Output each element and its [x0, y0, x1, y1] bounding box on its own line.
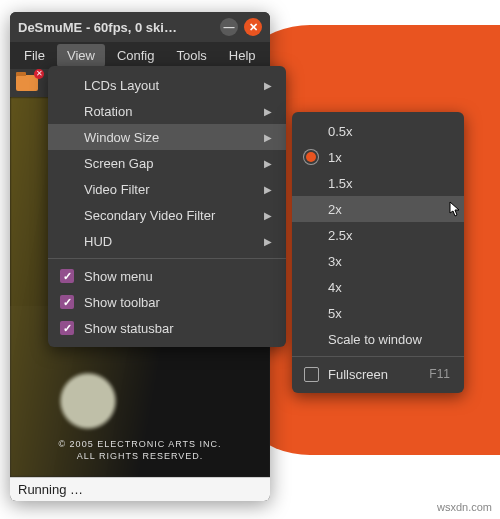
menu-show-toolbar[interactable]: Show toolbar — [48, 289, 286, 315]
copyright-line-1: © 2005 ELECTRONIC ARTS INC. — [10, 438, 270, 451]
cursor-pointer-icon — [445, 200, 463, 222]
menu-item-label: LCDs Layout — [84, 78, 256, 93]
copyright-text: © 2005 ELECTRONIC ARTS INC. ALL RIGHTS R… — [10, 438, 270, 463]
menu-video-filter[interactable]: Video Filter▶ — [48, 176, 286, 202]
size-1-5x[interactable]: 1.5x — [292, 170, 464, 196]
close-button[interactable]: ✕ — [244, 18, 262, 36]
menu-item-label: 3x — [328, 254, 450, 269]
menu-item-label: Show toolbar — [84, 295, 272, 310]
menu-item-label: 1.5x — [328, 176, 450, 191]
menu-item-label: 5x — [328, 306, 450, 321]
submenu-arrow-icon: ▶ — [264, 210, 272, 221]
menu-separator — [292, 356, 464, 357]
menu-item-label: Window Size — [84, 130, 256, 145]
window-size-submenu: 0.5x 1x 1.5x 2x 2.5x 3x 4x 5x Scale to w… — [292, 112, 464, 393]
size-3x[interactable]: 3x — [292, 248, 464, 274]
menu-item-label: Show statusbar — [84, 321, 272, 336]
menu-item-label: HUD — [84, 234, 256, 249]
menu-help[interactable]: Help — [219, 44, 266, 67]
menu-screen-gap[interactable]: Screen Gap▶ — [48, 150, 286, 176]
menu-item-label: Rotation — [84, 104, 256, 119]
menu-item-label: 1x — [328, 150, 450, 165]
menu-secondary-video-filter[interactable]: Secondary Video Filter▶ — [48, 202, 286, 228]
submenu-arrow-icon: ▶ — [264, 236, 272, 247]
size-5x[interactable]: 5x — [292, 300, 464, 326]
watermark: wsxdn.com — [437, 501, 492, 513]
menu-show-menu[interactable]: Show menu — [48, 263, 286, 289]
menu-item-label: Screen Gap — [84, 156, 256, 171]
shortcut-text: F11 — [429, 367, 450, 381]
menubar: File View Config Tools Help — [10, 42, 270, 69]
window-title: DeSmuME - 60fps, 0 ski… — [18, 20, 214, 35]
size-2-5x[interactable]: 2.5x — [292, 222, 464, 248]
menu-item-label: Show menu — [84, 269, 272, 284]
size-4x[interactable]: 4x — [292, 274, 464, 300]
menu-lcds-layout[interactable]: LCDs Layout▶ — [48, 72, 286, 98]
view-dropdown: LCDs Layout▶ Rotation▶ Window Size▶ Scre… — [48, 66, 286, 347]
menu-item-label: 2x — [328, 202, 450, 217]
size-scale-to-window[interactable]: Scale to window — [292, 326, 464, 352]
checkbox-empty-icon — [304, 367, 319, 382]
menu-item-label: 4x — [328, 280, 450, 295]
menu-item-label: 0.5x — [328, 124, 450, 139]
menu-window-size[interactable]: Window Size▶ — [48, 124, 286, 150]
menu-item-label: Secondary Video Filter — [84, 208, 256, 223]
menu-show-statusbar[interactable]: Show statusbar — [48, 315, 286, 341]
size-0-5x[interactable]: 0.5x — [292, 118, 464, 144]
menu-rotation[interactable]: Rotation▶ — [48, 98, 286, 124]
titlebar: DeSmuME - 60fps, 0 ski… — ✕ — [10, 12, 270, 42]
menu-hud[interactable]: HUD▶ — [48, 228, 286, 254]
menu-file[interactable]: File — [14, 44, 55, 67]
menu-separator — [48, 258, 286, 259]
submenu-arrow-icon: ▶ — [264, 158, 272, 169]
menu-view[interactable]: View — [57, 44, 105, 67]
copyright-line-2: ALL RIGHTS RESERVED. — [10, 450, 270, 463]
check-icon — [60, 269, 74, 283]
submenu-arrow-icon: ▶ — [264, 184, 272, 195]
menu-item-label: Video Filter — [84, 182, 256, 197]
minimize-button[interactable]: — — [220, 18, 238, 36]
open-rom-icon[interactable] — [16, 75, 38, 91]
radio-selected-icon — [306, 152, 316, 162]
menu-tools[interactable]: Tools — [166, 44, 216, 67]
size-2x[interactable]: 2x — [292, 196, 464, 222]
fullscreen-toggle[interactable]: FullscreenF11 — [292, 361, 464, 387]
menu-item-label: Scale to window — [328, 332, 450, 347]
submenu-arrow-icon: ▶ — [264, 132, 272, 143]
submenu-arrow-icon: ▶ — [264, 106, 272, 117]
size-1x[interactable]: 1x — [292, 144, 464, 170]
check-icon — [60, 295, 74, 309]
submenu-arrow-icon: ▶ — [264, 80, 272, 91]
menu-config[interactable]: Config — [107, 44, 165, 67]
menu-item-label: 2.5x — [328, 228, 450, 243]
statusbar: Running … — [10, 477, 270, 501]
check-icon — [60, 321, 74, 335]
menu-item-label: Fullscreen — [328, 367, 421, 382]
